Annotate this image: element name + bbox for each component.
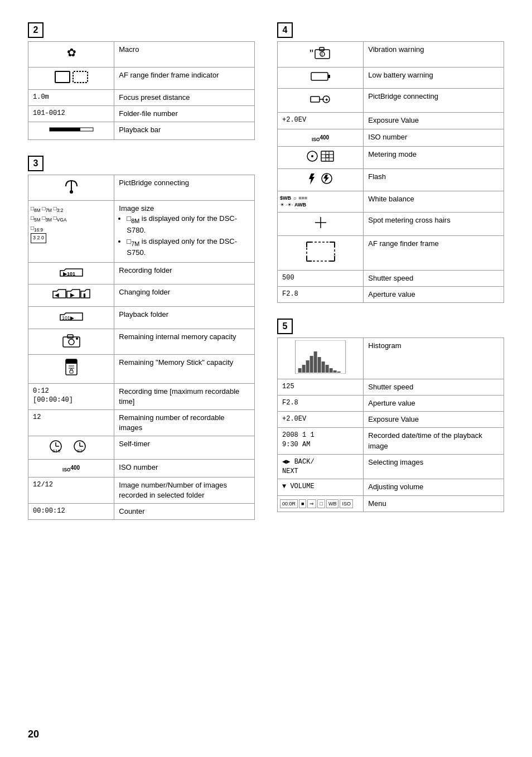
shutter-speed-4-desc: Shutter speed <box>364 270 504 286</box>
svg-rect-70 <box>306 360 309 373</box>
menu-icon: 00:0R ■ ⇒ □ WB ISO <box>278 495 364 512</box>
svg-point-19 <box>69 339 74 345</box>
low-battery-desc: Low battery warning <box>364 67 504 88</box>
internal-memory-icon <box>28 329 114 355</box>
table-row: 12 Remaining number of recordable images <box>28 409 255 436</box>
af-frame-icon <box>28 67 114 89</box>
focus-dist: 1.0m <box>28 89 114 105</box>
af-frame-4-desc: AF range finder frame <box>364 235 504 270</box>
playback-folder-icon: 101▶ <box>28 307 114 329</box>
pictbridge-3-desc: PictBridge connecting <box>114 175 255 200</box>
internal-memory-desc: Remaining internal memory capacity <box>114 329 255 355</box>
aperture-4-desc: Aperture value <box>364 286 504 302</box>
table-row: ▶101 Recording folder <box>28 262 255 285</box>
image-number: 12/12 <box>28 477 114 503</box>
svg-rect-1 <box>55 71 70 83</box>
svg-rect-2 <box>73 71 88 83</box>
table-row: ▼ VOLUME Adjusting volume <box>278 479 504 495</box>
svg-point-20 <box>76 337 78 340</box>
iso-3-desc: ISO number <box>114 460 255 478</box>
date-time: 2008 1 19:30 AM <box>278 428 364 454</box>
svg-rect-76 <box>330 368 333 373</box>
vibration-warn-desc: Vibration warning <box>364 42 504 67</box>
table-row: 125 Shutter speed <box>278 379 504 395</box>
svg-rect-74 <box>322 361 325 373</box>
table-row: AF range finder frame indicator <box>28 67 255 89</box>
svg-rect-72 <box>314 351 317 373</box>
macro-icon: ✿ <box>28 42 114 67</box>
iso-4-icon: ISO400 <box>278 129 364 147</box>
af-frame-4-icon <box>278 235 364 270</box>
svg-point-6 <box>70 190 73 194</box>
histogram-desc: Histogram <box>364 337 504 379</box>
svg-rect-47 <box>321 151 333 161</box>
table-row: Low battery warning <box>278 67 504 88</box>
aperture-4: F2.8 <box>278 286 364 302</box>
svg-rect-75 <box>326 365 329 373</box>
table-row: PictBridge connecting <box>28 175 255 200</box>
flash-desc: Flash <box>364 169 504 191</box>
section3-header: 3 <box>28 156 255 175</box>
table-row: □8M □7M □3:2 □5M □3M □VGA □16:9 3 2 0 Im… <box>28 200 255 262</box>
svg-text:101▶: 101▶ <box>62 315 74 321</box>
table-row: " ! Vibration warning <box>278 42 504 67</box>
svg-rect-22 <box>66 359 77 364</box>
white-balance-icon: $WB ☼ ≡≡≡ ☀ ·☀· AWB <box>278 191 364 212</box>
svg-text:S2: S2 <box>77 449 83 453</box>
table-row: 101-0012 Folder-file number <box>28 105 255 122</box>
table-row: ISO400 ISO number <box>278 129 504 147</box>
iso-4-desc: ISO number <box>364 129 504 147</box>
counter-desc: Counter <box>114 504 255 520</box>
macro-desc: Macro <box>114 42 255 67</box>
table-row: Playback bar <box>28 122 255 139</box>
svg-marker-55 <box>323 175 329 182</box>
spot-meter-desc: Spot metering cross hairs <box>364 213 504 236</box>
memory-stick-icon <box>28 354 114 383</box>
pictbridge-4-desc: PictBridge connecting <box>364 88 504 113</box>
section3-table: PictBridge connecting □8M □7M □3:2 □5M □… <box>28 175 255 520</box>
image-number-desc: Image number/Number of images recorded i… <box>114 477 255 503</box>
svg-rect-36 <box>320 47 324 51</box>
folder-num-desc: Folder-file number <box>114 105 255 122</box>
remaining-images-desc: Remaining number of recordable images <box>114 409 255 436</box>
select-images-desc: Selecting images <box>364 454 504 479</box>
section4-table: " ! Vibration warning <box>277 41 504 303</box>
table-row: Remaining "Memory Stick" capacity <box>28 354 255 383</box>
spot-meter-icon <box>278 213 364 236</box>
white-balance-desc: White balance <box>364 191 504 212</box>
svg-rect-69 <box>302 365 306 373</box>
svg-rect-73 <box>318 357 321 373</box>
table-row: AF range finder frame <box>278 235 504 270</box>
table-row: 12/12 Image number/Number of images reco… <box>28 477 255 503</box>
recording-time: 0:12[00:00:40] <box>28 383 114 409</box>
volume-desc: Adjusting volume <box>364 479 504 495</box>
table-row: ◀▶ BACK/NEXT Selecting images <box>278 454 504 479</box>
svg-text:▶: ▶ <box>70 292 75 298</box>
self-timer-desc: Self-timer <box>114 436 255 460</box>
image-size-icon: □8M □7M □3:2 □5M □3M □VGA □16:9 3 2 0 <box>28 200 114 262</box>
pictbridge-4-icon: ✦ <box>278 88 364 113</box>
aperture-5: F2.8 <box>278 395 364 411</box>
iso-3-icon: ISO400 <box>28 460 114 478</box>
table-row: 2008 1 19:30 AM Recorded date/time of th… <box>278 428 504 454</box>
table-row: 500 Shutter speed <box>278 270 504 286</box>
section2-table: ✿ Macro AF range finder frame indicator <box>28 41 255 140</box>
svg-rect-68 <box>298 368 302 373</box>
volume: ▼ VOLUME <box>278 479 364 495</box>
table-row: Remaining internal memory capacity <box>28 329 255 355</box>
table-row: Flash <box>278 169 504 191</box>
pictbridge-3-icon <box>28 175 114 200</box>
svg-point-52 <box>326 155 329 158</box>
table-row: ✦ PictBridge connecting <box>278 88 504 113</box>
focus-dist-desc: Focus preset distance <box>114 89 255 105</box>
svg-text:▶101: ▶101 <box>63 271 75 277</box>
menu-desc: Menu <box>364 495 504 512</box>
exposure-5: +2.0EV <box>278 412 364 428</box>
svg-rect-18 <box>67 335 73 338</box>
recording-folder-icon: ▶101 <box>28 262 114 285</box>
svg-rect-77 <box>333 370 337 373</box>
svg-rect-78 <box>337 372 341 373</box>
date-time-desc: Recorded date/time of the playback image <box>364 428 504 454</box>
table-row: ◀ ▶ ▮ Changing folder <box>28 285 255 307</box>
metering-mode-icon <box>278 147 364 169</box>
